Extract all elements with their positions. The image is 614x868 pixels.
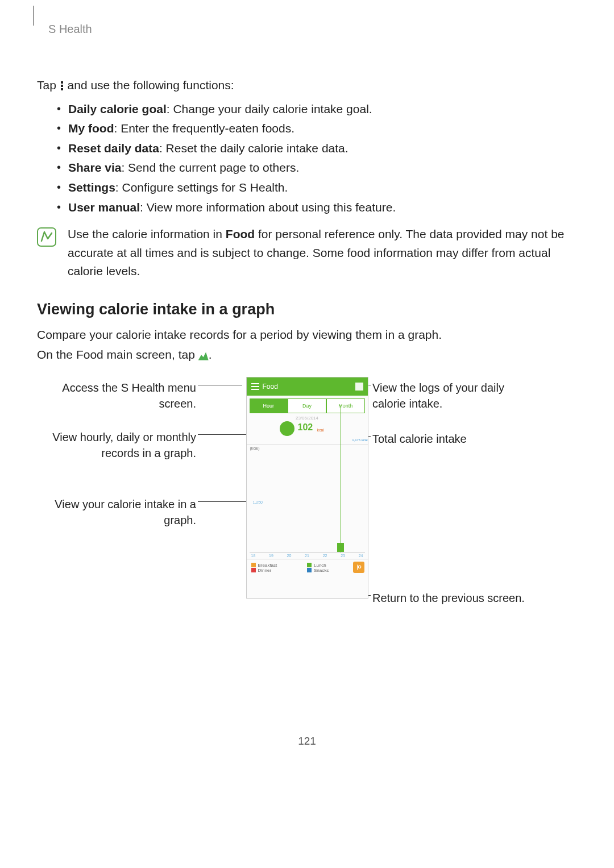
term: Share via xyxy=(68,161,121,174)
app-title: Food xyxy=(263,383,355,391)
term: Settings xyxy=(68,181,115,194)
header-divider xyxy=(33,6,34,26)
desc: : Enter the frequently-eaten foods. xyxy=(114,122,294,135)
para2-post: . xyxy=(209,348,212,361)
note-pre: Use the calorie information in xyxy=(68,227,226,240)
legend-label: Snacks xyxy=(314,568,329,573)
swatch-icon xyxy=(307,568,312,572)
note-bold: Food xyxy=(226,227,255,240)
swatch-icon xyxy=(251,563,256,567)
return-icon[interactable] xyxy=(353,562,364,573)
legend-label: Breakfast xyxy=(258,563,277,568)
term: Reset daily data xyxy=(68,142,159,155)
swatch-icon xyxy=(251,568,256,572)
callout-return: Return to the previous screen. xyxy=(372,590,532,606)
app-header: Food xyxy=(247,377,368,396)
para-compare: Compare your calorie intake records for … xyxy=(37,325,577,344)
log-icon[interactable] xyxy=(355,383,363,391)
more-options-icon xyxy=(61,80,63,92)
tab-hour[interactable]: Hour xyxy=(250,398,288,413)
term: My food xyxy=(68,122,114,135)
list-item: User manual: View more information about… xyxy=(57,198,577,217)
page-number: 121 xyxy=(37,735,577,747)
x-label: 24 xyxy=(359,554,363,558)
x-label: 18 xyxy=(251,554,256,558)
desc: : Change your daily calorie intake goal. xyxy=(167,102,372,115)
callout-line xyxy=(198,434,246,435)
callout-line xyxy=(198,501,246,502)
legend-breakfast: Breakfast xyxy=(251,563,308,568)
list-item: Settings: Configure settings for S Healt… xyxy=(57,178,577,197)
swatch-icon xyxy=(307,563,312,567)
tab-day[interactable]: Day xyxy=(288,398,326,413)
x-axis-labels: 18 19 20 21 22 23 24 xyxy=(247,553,368,559)
list-item: Reset daily data: Reset the daily calori… xyxy=(57,139,577,158)
current-marker-line xyxy=(341,405,341,553)
list-item: My food: Enter the frequently-eaten food… xyxy=(57,119,577,138)
para-on-food: On the Food main screen, tap . xyxy=(37,345,577,364)
annotated-screenshot: Access the S Health menu screen. View ho… xyxy=(37,377,577,599)
term: User manual xyxy=(68,201,140,214)
kcal-unit: kcal xyxy=(317,428,324,432)
note-text: Use the calorie information in Food for … xyxy=(68,225,577,281)
functions-list: Daily calorie goal: Change your daily ca… xyxy=(37,99,577,217)
list-item: Daily calorie goal: Change your daily ca… xyxy=(57,99,577,119)
callout-tabs: View hourly, daily or monthly records in… xyxy=(37,429,196,461)
goal-strip: 1,175 kcal xyxy=(352,438,367,442)
x-label: 21 xyxy=(305,554,309,558)
phone-mock: Food Hour Day Month 23/06/2014 102 kcal … xyxy=(246,377,368,599)
para2-pre: On the Food main screen, tap xyxy=(37,348,198,361)
summary-band: 23/06/2014 102 kcal 1,175 kcal xyxy=(247,413,368,445)
desc: : Send the current page to others. xyxy=(121,161,299,174)
callout-menu: Access the S Health menu screen. xyxy=(37,380,196,412)
callout-line xyxy=(198,385,242,385)
x-label: 22 xyxy=(323,554,327,558)
legend-label: Lunch xyxy=(314,563,326,568)
tab-month[interactable]: Month xyxy=(326,398,365,413)
term: Daily calorie goal xyxy=(68,102,167,115)
desc: : View more information about using this… xyxy=(140,201,396,214)
desc: : Configure settings for S Health. xyxy=(115,181,288,194)
total-kcal-value: 102 xyxy=(298,422,313,433)
chart-bar xyxy=(337,543,344,552)
hamburger-icon[interactable] xyxy=(251,383,259,390)
chart-legend: Breakfast Lunch Dinner Snacks xyxy=(247,559,368,575)
y-tick: 1,250 xyxy=(253,500,263,504)
y-axis-unit: (kcal) xyxy=(247,445,368,450)
legend-dinner: Dinner xyxy=(251,568,308,573)
running-header: S Health xyxy=(37,0,577,36)
list-item: Share via: Send the current page to othe… xyxy=(57,158,577,177)
time-tabs: Hour Day Month xyxy=(250,398,365,413)
graph-icon xyxy=(198,351,209,360)
legend-label: Dinner xyxy=(258,568,272,573)
note-icon xyxy=(37,227,56,247)
x-label: 19 xyxy=(269,554,273,558)
desc: : Reset the daily calorie intake data. xyxy=(159,142,349,155)
callout-logs: View the logs of your daily calorie inta… xyxy=(372,380,532,412)
summary-date: 23/06/2014 xyxy=(247,413,368,421)
tap-pre: Tap xyxy=(37,78,60,92)
x-label: 23 xyxy=(341,554,345,558)
x-label: 20 xyxy=(287,554,292,558)
note-block: Use the calorie information in Food for … xyxy=(37,225,577,281)
section-heading: Viewing calorie intake in a graph xyxy=(37,301,577,318)
tap-instruction: Tap and use the following functions: xyxy=(37,76,577,95)
callout-total: Total calorie intake xyxy=(372,431,532,447)
tap-post: and use the following functions: xyxy=(68,78,234,92)
callout-graph: View your calorie intake in a graph. xyxy=(37,496,196,528)
chart-area: 1,250 xyxy=(250,450,365,553)
progress-circle-icon xyxy=(280,421,294,436)
